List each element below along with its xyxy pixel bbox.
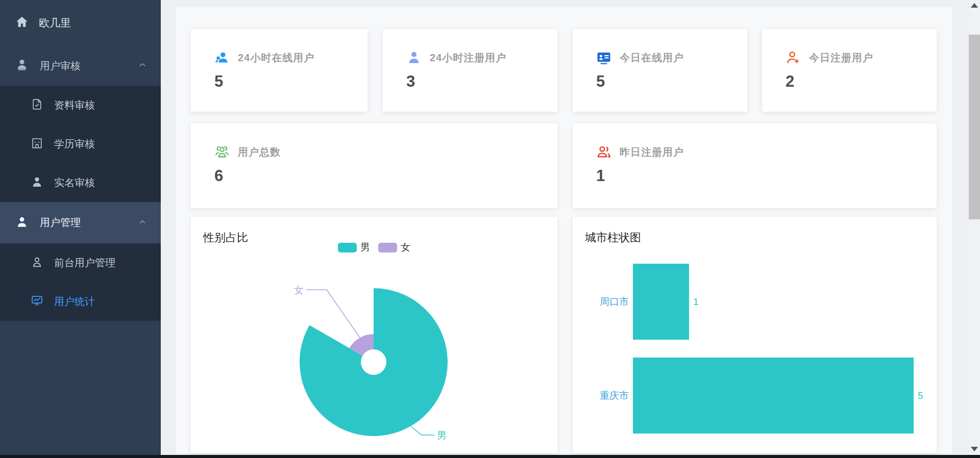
school-icon (31, 137, 43, 151)
stat-title: 昨日注册用户 (620, 145, 684, 159)
vertical-scrollbar (969, 0, 980, 455)
bar-axis-label-chongqing: 重庆市 (600, 390, 629, 401)
sidebar-item-user-statistics[interactable]: 用户统计 (0, 282, 161, 321)
bar-value-zhoukou: 1 (693, 296, 699, 307)
users-blue-icon (214, 50, 230, 65)
scroll-down-icon[interactable] (969, 444, 980, 454)
chevron-up-icon (137, 217, 148, 229)
sidebar-section-user-audit[interactable]: 用户审核 (0, 46, 161, 86)
main-content: 24小时在线用户 5 24小时注册用户 3 今日在线用户 (161, 0, 969, 455)
sidebar: 欧几里 用户审核 资料审核 学历审核 (0, 0, 161, 455)
sidebar-item-label: 前台用户管理 (54, 256, 115, 270)
sidebar-section-label: 用户审核 (40, 59, 81, 73)
stat-value: 3 (406, 72, 415, 91)
stat-card-online-today: 今日在线用户 5 (573, 29, 747, 112)
sidebar-item-label: 用户统计 (54, 295, 95, 309)
bar-axis-label-zhoukou: 周口市 (600, 296, 629, 307)
user-outline-icon (31, 256, 43, 270)
users-green-icon (214, 144, 230, 160)
stat-value: 1 (596, 167, 605, 185)
bar-value-chongqing: 5 (918, 390, 923, 401)
sidebar-logo[interactable]: 欧几里 (0, 0, 161, 46)
gender-pie-card: 性别占比 男 女 女 男 (191, 217, 557, 453)
user-solid-icon (31, 175, 43, 190)
stat-card-total-users: 用户总数 6 (191, 123, 557, 208)
submenu-user-audit: 资料审核 学历审核 实名审核 (0, 86, 161, 202)
stat-title: 今日在线用户 (620, 51, 684, 65)
stat-card-registered-24h: 24小时注册用户 3 (383, 29, 557, 112)
user-badge-icon (15, 58, 29, 73)
city-bar-card: 城市柱状图 周口市 1 重庆市 5 (573, 217, 937, 453)
sidebar-item-front-user-management[interactable]: 前台用户管理 (0, 243, 161, 282)
stat-card-registered-today: 今日注册用户 2 (762, 29, 937, 112)
content-wrapper: 24小时在线用户 5 24小时注册用户 3 今日在线用户 (176, 7, 952, 453)
stat-card-registered-yesterday: 昨日注册用户 1 (573, 123, 937, 208)
chart-board-icon (31, 294, 43, 309)
chevron-up-icon (137, 60, 148, 72)
dashboard-page: 欧几里 用户审核 资料审核 学历审核 (0, 0, 980, 458)
sidebar-section-user-management[interactable]: 用户管理 (0, 202, 161, 243)
city-bar-chart: 周口市 1 重庆市 5 (573, 217, 937, 453)
pie-slice-male[interactable] (300, 288, 448, 436)
pie-label-female: 女 (294, 285, 304, 295)
user-plus-icon (786, 50, 801, 65)
stat-title: 24小时在线用户 (238, 51, 314, 65)
pie-label-male: 男 (437, 430, 447, 441)
sidebar-item-data-audit[interactable]: 资料审核 (0, 86, 161, 124)
window-bottom-edge (0, 455, 980, 458)
stat-card-online-24h: 24小时在线用户 5 (191, 29, 368, 112)
stat-title: 用户总数 (238, 145, 281, 159)
bar-zhoukou[interactable] (633, 264, 689, 340)
sidebar-section-label: 用户管理 (40, 216, 81, 230)
stat-value: 5 (596, 72, 605, 91)
stat-value: 5 (214, 72, 223, 91)
document-check-icon (31, 98, 43, 113)
id-card-icon (596, 50, 611, 65)
stat-value: 2 (786, 72, 794, 91)
stat-title: 24小时注册用户 (430, 51, 506, 65)
stat-title: 今日注册用户 (809, 51, 873, 65)
submenu-user-management: 前台用户管理 用户统计 (0, 243, 161, 321)
user-periwinkle-icon (406, 50, 422, 65)
stat-value: 6 (214, 167, 223, 185)
gender-pie-chart: 女 男 (191, 217, 557, 453)
sidebar-item-education-audit[interactable]: 学历审核 (0, 124, 161, 163)
sidebar-item-label: 资料审核 (54, 98, 95, 112)
user-white-icon (15, 215, 29, 231)
scrollbar-thumb[interactable] (969, 35, 980, 219)
sidebar-item-label: 实名审核 (54, 176, 95, 190)
bar-chongqing[interactable] (633, 358, 914, 434)
sidebar-item-realname-audit[interactable]: 实名审核 (0, 163, 161, 202)
scroll-up-icon[interactable] (969, 0, 980, 10)
logo-title: 欧几里 (39, 16, 71, 30)
sidebar-item-label: 学历审核 (54, 137, 95, 151)
pie-leader-line-male (411, 426, 434, 435)
users-red-icon (596, 144, 611, 160)
home-icon (15, 15, 29, 31)
